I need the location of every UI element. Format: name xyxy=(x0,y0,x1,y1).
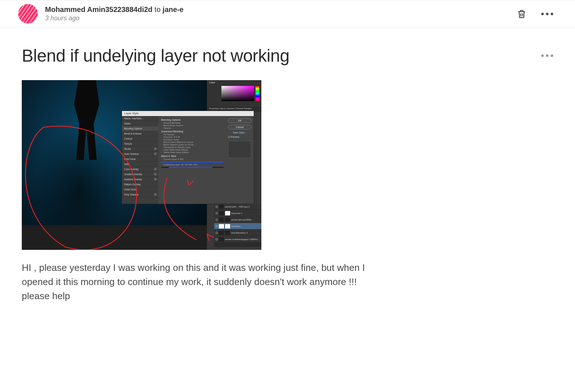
ps-ls-check: Vector Mask Hides Effects xyxy=(163,151,224,153)
ps-ls-thislayer-slider xyxy=(161,161,224,162)
ps-ls-opacity: Opacity: xyxy=(163,127,224,129)
ps-ls-item: Gradient Overlay+ xyxy=(122,177,158,182)
header-actions xyxy=(517,9,553,19)
author-line: Mohammed Amin35223884di2d to jane-e xyxy=(45,5,509,14)
ps-ls-check: Blend Clipped Layers as Group xyxy=(163,144,224,146)
ps-color-panel: Color xyxy=(207,80,261,106)
author-avatar[interactable] xyxy=(18,4,38,24)
post-title: Blend if undelying layer not working xyxy=(22,46,289,66)
post-more-icon[interactable] xyxy=(541,54,553,57)
ps-ls-underlayer-slider xyxy=(161,167,224,168)
ps-ls-item: Satin xyxy=(122,162,158,167)
header-text: Mohammed Amin35223884di2d to jane-e 3 ho… xyxy=(45,5,509,22)
ps-ls-underlayer-label: Underlying Layer: 32 / 66 188 / 255 xyxy=(163,164,224,166)
ps-layer-row: pexels-cvsthatsrdtogsco-1188041… xyxy=(214,236,261,243)
ps-ls-sub: General Blending xyxy=(163,122,224,124)
ps-ls-item: Color Overlay+ xyxy=(122,167,158,172)
ps-ls-item: Inner Glow xyxy=(122,157,158,162)
ps-ls-channels: Channels: R G B xyxy=(163,136,224,138)
to-word: to xyxy=(155,5,161,13)
title-row: Blend if undelying layer not working xyxy=(22,46,553,66)
ps-ls-newstyle-button: New Style... xyxy=(228,131,252,134)
ps-ls-name-row: Name: Hue/Satu… xyxy=(122,116,158,121)
author-name[interactable]: Mohammed Amin35223884di2d xyxy=(45,5,152,13)
ps-ls-ok-button: OK xyxy=(228,118,252,123)
ps-hue-strip xyxy=(256,86,259,101)
ps-ls-mid: Blending Options General Blending Blend … xyxy=(158,116,227,204)
attached-screenshot[interactable]: Color Properties Adjust Libraries Channe… xyxy=(22,80,261,250)
ps-ls-check: Layer Mask Hides Effects xyxy=(163,149,224,151)
ps-color-tab: Color xyxy=(209,81,215,84)
ps-ls-right: OK Cancel New Style... ☑ Preview xyxy=(226,116,254,204)
ps-color-picker xyxy=(221,86,254,101)
recipient-name[interactable]: jane-e xyxy=(163,5,184,13)
ps-ls-item: Pattern Overlay xyxy=(122,182,158,187)
ps-ls-styles-header: Styles xyxy=(122,121,158,126)
ps-ls-item: Outer Glow xyxy=(122,187,158,192)
ps-ls-item: Bevel & Emboss xyxy=(122,131,158,136)
post-body: Blend if undelying layer not working Col… xyxy=(0,28,575,318)
ps-ls-preview-box xyxy=(228,141,251,158)
ps-canvas-figure xyxy=(65,80,109,160)
post-body-text: HI , please yesterday I was working on t… xyxy=(22,261,381,303)
ps-ls-knockout: Knockout: None xyxy=(163,139,224,141)
ps-ls-section: Blending Options xyxy=(161,119,224,121)
ps-ls-item: Drop Shadow+ xyxy=(122,192,158,197)
ps-layer-row: Hue/Satu… xyxy=(214,223,261,230)
ps-ls-titlebar: Layer Style xyxy=(122,111,254,116)
trash-icon[interactable] xyxy=(517,9,527,19)
ps-ls-thislayer-label: Current Layer: 0 255 xyxy=(163,158,224,160)
ps-ls-check: Transparency Shapes Layer xyxy=(163,146,224,148)
ps-layers-bottom-bar xyxy=(214,243,261,247)
ps-ls-item: Blending Options xyxy=(122,126,158,131)
ps-layers-panel: pexels-josh-…408 copy 2 Exposure 1 pexel… xyxy=(214,203,261,247)
post-header: Mohammed Amin35223884di2d to jane-e 3 ho… xyxy=(0,0,575,28)
ps-layer-row: Exposure 1 xyxy=(214,210,261,216)
ps-ls-section: Advanced Blending xyxy=(161,130,224,133)
ps-ls-item: Gradient Overlay+ xyxy=(122,172,158,177)
post-time: 3 hours ago xyxy=(45,15,509,22)
ps-layer-row: pexels-josh-…408 copy 2 xyxy=(214,203,261,210)
ps-ls-item: Texture xyxy=(122,141,158,147)
ps-layer-row: pexels-aline-jas3509… xyxy=(214,216,261,223)
ps-ls-left-list: Name: Hue/Satu… Styles Blending Options … xyxy=(122,116,158,204)
ps-ls-blend-mode: Blend Mode: Normal xyxy=(163,124,224,127)
ps-ls-fill: Fill Opacity: xyxy=(163,133,224,136)
ps-ls-cancel-button: Cancel xyxy=(228,125,252,129)
ps-ls-item: Contour xyxy=(122,136,158,141)
ps-ls-check: Blend Interior Effects as Group xyxy=(163,141,224,143)
more-actions-icon[interactable] xyxy=(541,13,553,15)
ps-ls-item: Inner Shadow+ xyxy=(122,152,158,157)
ps-layer-style-dialog: Layer Style Name: Hue/Satu… Styles Blend… xyxy=(122,111,254,204)
ps-layer-row: Hue/Saturation 2 xyxy=(214,230,261,236)
ps-ls-item: Stroke+ xyxy=(122,147,158,152)
ps-ls-preview-check: ☑ Preview xyxy=(228,136,252,139)
ps-ls-blendif: Blend If: Blue xyxy=(161,155,224,157)
